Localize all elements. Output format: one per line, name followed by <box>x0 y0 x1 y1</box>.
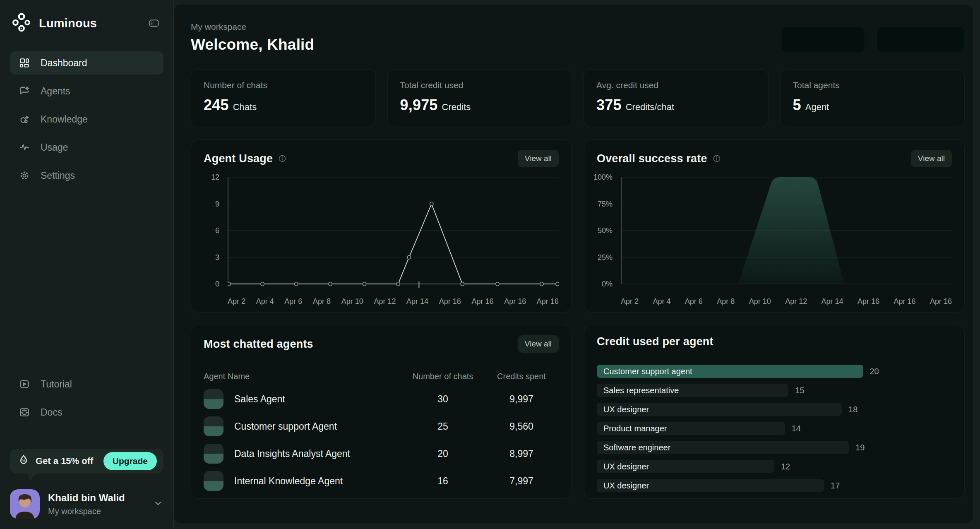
credit-bar-row: Product manager 14 <box>597 422 952 435</box>
bar-value: 12 <box>781 462 790 471</box>
table-row[interactable]: Data Insights Analyst Agent 20 8,997 <box>204 440 559 467</box>
sidebar-item-usage[interactable]: Usage <box>10 136 163 159</box>
view-all-button[interactable]: View all <box>518 335 559 353</box>
header-action-placeholder-1[interactable] <box>782 27 865 53</box>
sidebar-item-knowledge[interactable]: Knowledge <box>10 108 163 131</box>
svg-text:%: % <box>22 458 26 463</box>
y-axis-labels: 036912 <box>204 173 223 294</box>
profile-name: Khalid bin Walid <box>48 492 125 504</box>
sidebar-item-docs[interactable]: Docs <box>10 401 163 424</box>
credits-spent: 7,997 <box>484 476 559 487</box>
y-tick-label: 100% <box>593 173 612 182</box>
x-axis-labels: Apr 2Apr 4Apr 6Apr 8Apr 10Apr 12Apr 14Ap… <box>228 297 559 308</box>
x-tick-label: Apr 16 <box>537 297 559 308</box>
y-tick-label: 75% <box>598 200 612 208</box>
header-actions <box>782 27 965 53</box>
column-header: Agent Name <box>204 372 401 381</box>
info-icon[interactable] <box>278 154 287 163</box>
credit-bar: Sales representative <box>597 384 788 397</box>
y-tick-label: 9 <box>215 200 219 208</box>
sidebar-item-dashboard[interactable]: Dashboard <box>10 51 163 75</box>
stat-label: Number of chats <box>204 80 363 90</box>
most-chatted-card: Most chatted agents View all Agent Name … <box>191 325 572 499</box>
agent-name: Data Insights Analyst Agent <box>234 448 350 459</box>
agents-icon <box>19 86 30 96</box>
x-tick-label: Apr 8 <box>717 297 735 308</box>
x-tick-label: Apr 12 <box>374 297 396 308</box>
sidebar-item-settings[interactable]: Settings <box>10 164 163 187</box>
agent-usage-card: Agent Usage View all 036912 Apr 2Apr 4Ap… <box>191 139 572 313</box>
credit-bar: Software engineer <box>597 441 849 454</box>
stat-unit: Credits/chat <box>626 102 674 113</box>
stat-card-total-agents: Total agents 5Agent <box>780 69 965 127</box>
bar-value: 20 <box>870 367 879 376</box>
column-header: Number of chats <box>401 372 484 381</box>
table-row[interactable]: Internal Knowledge Agent 16 7,997 <box>204 467 559 495</box>
y-tick-label: 6 <box>215 226 219 235</box>
stat-value: 5 <box>793 96 801 114</box>
credits-spent: 9,560 <box>484 421 559 432</box>
view-all-button[interactable]: View all <box>518 150 559 167</box>
docs-icon <box>19 407 30 418</box>
credit-bar: UX designer <box>597 460 774 473</box>
credit-bar-row: Software engineer 19 <box>597 441 952 454</box>
x-tick-label: Apr 10 <box>749 297 771 308</box>
luminous-logo-icon <box>12 12 31 34</box>
section-title: Overall success rate <box>597 152 707 165</box>
sidebar-toggle-icon <box>148 18 160 29</box>
agent-name: Sales Agent <box>234 394 285 405</box>
credit-bar-row: UX designer 12 <box>597 460 952 473</box>
x-tick-label: Apr 16 <box>930 297 952 308</box>
sidebar: Luminous Dashboard Agents Knowledge <box>0 0 174 529</box>
stat-label: Total agents <box>793 80 952 90</box>
x-tick-label: Apr 6 <box>284 297 302 308</box>
chat-count: 20 <box>401 448 484 459</box>
header-action-placeholder-2[interactable] <box>877 27 965 53</box>
bar-label: UX designer <box>603 405 649 414</box>
table-row[interactable]: Customer support Agent 25 9,560 <box>204 413 559 440</box>
agent-avatar <box>204 444 223 464</box>
charts-row: Agent Usage View all 036912 Apr 2Apr 4Ap… <box>191 139 965 313</box>
sidebar-item-label: Usage <box>41 142 68 153</box>
upgrade-button[interactable]: Upgrade <box>103 452 157 470</box>
sidebar-spacer <box>10 192 163 373</box>
credit-bar: UX designer <box>597 403 842 416</box>
stat-unit: Agent <box>805 102 829 113</box>
page-title: Welcome, Khalid <box>191 36 314 53</box>
info-icon[interactable] <box>712 154 721 163</box>
x-tick-label: Apr 14 <box>821 297 843 308</box>
x-tick-label: Apr 6 <box>685 297 703 308</box>
bar-value: 19 <box>855 443 865 452</box>
x-tick-label: Apr 4 <box>653 297 670 308</box>
profile-menu[interactable]: Khalid bin Walid My workspace <box>10 489 163 519</box>
table-row[interactable]: Sales Agent 30 9,997 <box>204 385 559 413</box>
y-tick-label: 25% <box>598 253 612 262</box>
credit-bar-row: UX designer 18 <box>597 403 952 416</box>
stat-card-total-credit: Total credit used 9,975Credits <box>387 69 572 127</box>
dashboard-icon <box>19 58 30 68</box>
stat-value: 245 <box>204 96 229 114</box>
agent-avatar <box>204 471 223 491</box>
logo-row: Luminous <box>12 12 162 34</box>
sidebar-item-label: Knowledge <box>41 114 88 125</box>
credit-bar-row: Customer support agent 20 <box>597 365 952 378</box>
stat-card-chats: Number of chats 245Chats <box>191 69 376 127</box>
column-header: Credits spent <box>484 372 559 381</box>
view-all-button[interactable]: View all <box>911 150 952 167</box>
stat-unit: Chats <box>233 102 257 113</box>
sidebar-item-agents[interactable]: Agents <box>10 79 163 103</box>
x-tick-label: Apr 16 <box>504 297 526 308</box>
workspace-eyebrow: My workspace <box>191 22 314 32</box>
sidebar-item-label: Dashboard <box>41 58 87 69</box>
credit-per-agent-card: Credit used per agent Customer support a… <box>584 325 965 499</box>
section-title: Credit used per agent <box>597 335 713 348</box>
y-tick-label: 0 <box>215 280 219 289</box>
credit-bar: Customer support agent <box>597 365 863 378</box>
usage-activity-icon <box>19 142 30 153</box>
x-tick-label: Apr 16 <box>894 297 915 308</box>
settings-gear-icon <box>19 170 30 181</box>
sidebar-item-tutorial[interactable]: Tutorial <box>10 373 163 396</box>
x-tick-label: Apr 16 <box>858 297 879 308</box>
agent-usage-chart: 036912 Apr 2Apr 4Apr 6Apr 8Apr 10Apr 12A… <box>204 173 559 308</box>
sidebar-collapse-button[interactable] <box>146 17 162 30</box>
